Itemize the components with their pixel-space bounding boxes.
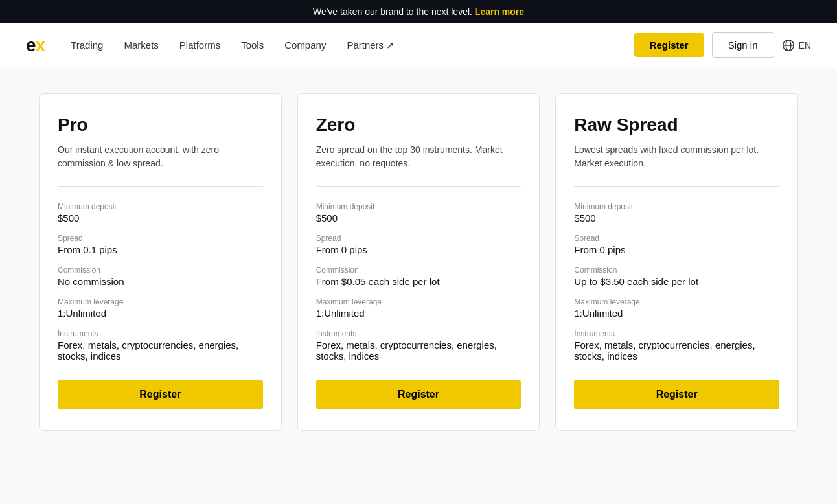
banner-link[interactable]: Learn more	[475, 6, 524, 17]
main-nav: Trading Markets Platforms Tools Company …	[71, 40, 634, 51]
card-0-field-0: Minimum deposit$500	[58, 202, 263, 223]
card-0-title: Pro	[58, 115, 263, 135]
card-2: Raw SpreadLowest spreads with fixed comm…	[555, 93, 798, 431]
card-2-field-1-value: From 0 pips	[574, 244, 779, 255]
card-0-desc: Our instant execution account, with zero…	[58, 143, 263, 170]
nav-platforms[interactable]: Platforms	[179, 40, 220, 51]
card-0-field-3-value: 1:Unlimited	[58, 308, 263, 319]
card-2-field-4-value: Forex, metals, cryptocurrencies, energie…	[574, 339, 779, 361]
lang-label: EN	[799, 40, 811, 51]
card-1-field-4-label: Instruments	[316, 329, 522, 338]
card-2-field-0-label: Minimum deposit	[574, 202, 779, 211]
language-selector[interactable]: EN	[782, 39, 811, 52]
card-1-field-2: CommissionFrom $0.05 each side per lot	[316, 266, 522, 287]
card-0-field-2-value: No commission	[58, 276, 263, 287]
card-0-field-2-label: Commission	[58, 266, 263, 275]
card-1-field-3-label: Maximum leverage	[316, 297, 522, 306]
card-1-field-0-label: Minimum deposit	[316, 202, 522, 211]
card-0-register-button[interactable]: Register	[58, 380, 263, 409]
card-0-field-3: Maximum leverage1:Unlimited	[58, 297, 263, 319]
nav-company[interactable]: Company	[284, 40, 326, 51]
card-1-desc: Zero spread on the top 30 instruments. M…	[316, 143, 522, 170]
card-1-field-1-label: Spread	[316, 234, 522, 243]
card-2-fields: Minimum deposit$500SpreadFrom 0 pipsComm…	[574, 202, 779, 361]
card-1-field-2-label: Commission	[316, 266, 522, 275]
card-0-field-1-value: From 0.1 pips	[58, 244, 263, 255]
header-actions: Register Sign in EN	[634, 32, 811, 58]
card-0-field-1: SpreadFrom 0.1 pips	[58, 234, 263, 255]
header: ex Trading Markets Platforms Tools Compa…	[0, 23, 837, 67]
card-0-field-2: CommissionNo commission	[58, 266, 263, 287]
banner-text: We've taken our brand to the next level.	[313, 6, 472, 17]
nav-trading[interactable]: Trading	[71, 40, 103, 51]
card-2-field-3-value: 1:Unlimited	[574, 308, 779, 319]
card-2-desc: Lowest spreads with fixed commission per…	[574, 143, 779, 170]
card-0-divider	[58, 186, 263, 187]
card-1-field-4-value: Forex, metals, cryptocurrencies, energie…	[316, 339, 522, 361]
card-2-field-1-label: Spread	[574, 234, 779, 243]
logo-text: ex	[26, 35, 45, 56]
card-2-field-0: Minimum deposit$500	[574, 202, 779, 223]
card-1: ZeroZero spread on the top 30 instrument…	[297, 93, 540, 431]
card-0-field-3-label: Maximum leverage	[58, 297, 263, 306]
card-0-field-0-label: Minimum deposit	[58, 202, 263, 211]
main-content: ProOur instant execution account, with z…	[0, 67, 837, 504]
nav-markets[interactable]: Markets	[124, 40, 158, 51]
card-2-title: Raw Spread	[574, 115, 779, 135]
card-1-field-0: Minimum deposit$500	[316, 202, 522, 223]
signin-button[interactable]: Sign in	[712, 32, 774, 58]
card-2-field-2: CommissionUp to $3.50 each side per lot	[574, 266, 779, 287]
card-2-field-0-value: $500	[574, 212, 779, 223]
card-0-field-4-value: Forex, metals, cryptocurrencies, energie…	[58, 339, 263, 361]
card-2-field-3: Maximum leverage1:Unlimited	[574, 297, 779, 319]
card-2-field-3-label: Maximum leverage	[574, 297, 779, 306]
card-1-divider	[316, 186, 522, 187]
card-2-field-1: SpreadFrom 0 pips	[574, 234, 779, 255]
card-1-field-2-value: From $0.05 each side per lot	[316, 276, 522, 287]
card-2-field-2-value: Up to $3.50 each side per lot	[574, 276, 779, 287]
card-1-fields: Minimum deposit$500SpreadFrom 0 pipsComm…	[316, 202, 522, 361]
card-1-field-3: Maximum leverage1:Unlimited	[316, 297, 522, 319]
card-2-register-button[interactable]: Register	[574, 380, 779, 409]
card-1-register-button[interactable]: Register	[316, 380, 522, 409]
register-button[interactable]: Register	[634, 33, 704, 57]
card-0-fields: Minimum deposit$500SpreadFrom 0.1 pipsCo…	[58, 202, 263, 361]
card-2-field-4: InstrumentsForex, metals, cryptocurrenci…	[574, 329, 779, 361]
card-0-field-0-value: $500	[58, 212, 263, 223]
card-0-field-4: InstrumentsForex, metals, cryptocurrenci…	[58, 329, 263, 361]
nav-tools[interactable]: Tools	[241, 40, 264, 51]
card-1-field-3-value: 1:Unlimited	[316, 308, 522, 319]
card-2-field-2-label: Commission	[574, 266, 779, 275]
card-1-field-1-value: From 0 pips	[316, 244, 522, 255]
card-2-field-4-label: Instruments	[574, 329, 779, 338]
card-1-title: Zero	[316, 115, 522, 135]
cards-container: ProOur instant execution account, with z…	[39, 93, 798, 431]
card-1-field-0-value: $500	[316, 212, 522, 223]
logo[interactable]: ex	[26, 35, 45, 56]
globe-icon	[782, 39, 795, 52]
top-banner: We've taken our brand to the next level.…	[0, 0, 837, 23]
card-0-field-4-label: Instruments	[58, 329, 263, 338]
card-0: ProOur instant execution account, with z…	[39, 93, 282, 431]
card-2-divider	[574, 186, 779, 187]
card-1-field-1: SpreadFrom 0 pips	[316, 234, 522, 255]
card-0-field-1-label: Spread	[58, 234, 263, 243]
card-1-field-4: InstrumentsForex, metals, cryptocurrenci…	[316, 329, 522, 361]
nav-partners[interactable]: Partners ↗	[347, 40, 395, 51]
